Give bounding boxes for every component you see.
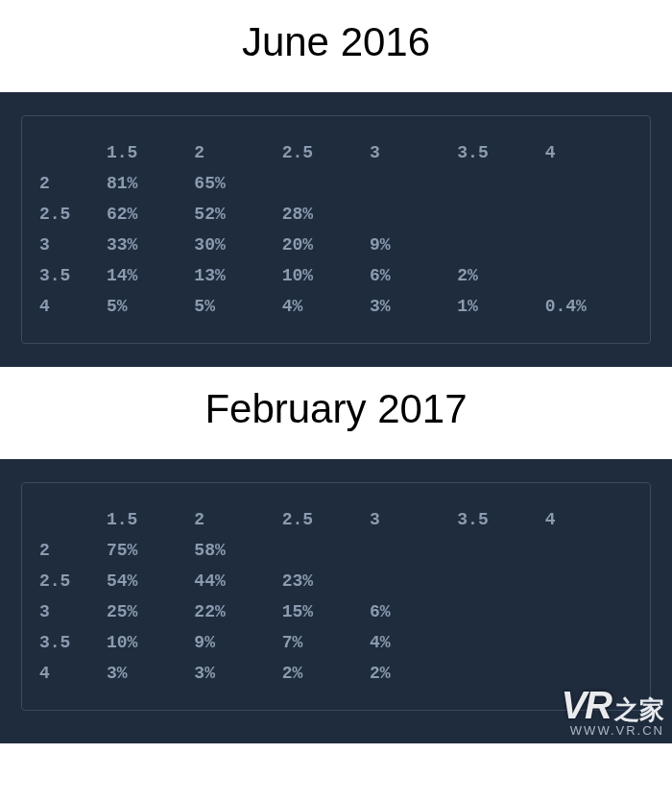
cell: 4% (278, 291, 366, 322)
row-header: 3.5 (36, 627, 103, 658)
table-row: 2 81% 65% (36, 168, 629, 199)
cell (541, 168, 629, 199)
cell: 10% (278, 260, 366, 291)
table-panel: 1.5 2 2.5 3 3.5 4 2 81% 65% 2.5 62% 52% (0, 92, 672, 367)
cell: 15% (278, 596, 366, 627)
cell (366, 535, 453, 566)
cell (278, 535, 366, 566)
cell: 13% (190, 260, 277, 291)
cell: 3% (190, 658, 277, 689)
cell (541, 230, 629, 260)
data-table: 1.5 2 2.5 3 3.5 4 2 81% 65% 2.5 62% 52% (36, 137, 629, 322)
table-row: 2.5 62% 52% 28% (36, 199, 629, 230)
cell: 5% (190, 291, 277, 322)
cell: 25% (103, 596, 190, 627)
cell: 9% (190, 627, 277, 658)
row-header: 2 (36, 168, 103, 199)
table-row: 3 25% 22% 15% 6% (36, 596, 629, 627)
cell (541, 260, 629, 291)
table-panel: 1.5 2 2.5 3 3.5 4 2 75% 58% 2.5 54% 44% (0, 459, 672, 743)
table-row: 2 75% 58% (36, 535, 629, 566)
cell: 3% (103, 658, 190, 689)
col-header: 3.5 (453, 504, 540, 535)
cell: 75% (103, 535, 190, 566)
col-header: 3.5 (453, 137, 540, 168)
table-row: 3.5 10% 9% 7% 4% (36, 627, 629, 658)
table-header-row: 1.5 2 2.5 3 3.5 4 (36, 504, 629, 535)
row-header: 2.5 (36, 566, 103, 596)
cell: 33% (103, 230, 190, 260)
cell (453, 230, 540, 260)
section-title: February 2017 (0, 367, 672, 459)
cell: 10% (103, 627, 190, 658)
row-header: 4 (36, 658, 103, 689)
col-header: 4 (541, 504, 629, 535)
table-row: 3 33% 30% 20% 9% (36, 230, 629, 260)
cell: 6% (366, 596, 453, 627)
cell: 23% (278, 566, 366, 596)
cell (453, 199, 540, 230)
row-header: 3 (36, 230, 103, 260)
cell: 3% (366, 291, 453, 322)
table-row: 3.5 14% 13% 10% 6% 2% (36, 260, 629, 291)
col-header (36, 137, 103, 168)
cell (541, 627, 629, 658)
cell (366, 168, 453, 199)
cell: 2% (366, 658, 453, 689)
cell: 2% (278, 658, 366, 689)
col-header: 1.5 (103, 504, 190, 535)
cell: 2% (453, 260, 540, 291)
row-header: 4 (36, 291, 103, 322)
cell: 7% (278, 627, 366, 658)
col-header: 3 (366, 504, 453, 535)
cell: 65% (190, 168, 277, 199)
row-header: 3.5 (36, 260, 103, 291)
cell: 1% (453, 291, 540, 322)
cell: 62% (103, 199, 190, 230)
cell: 28% (278, 199, 366, 230)
cell: 0.4% (541, 291, 629, 322)
cell: 20% (278, 230, 366, 260)
col-header: 1.5 (103, 137, 190, 168)
cell: 58% (190, 535, 277, 566)
data-table: 1.5 2 2.5 3 3.5 4 2 75% 58% 2.5 54% 44% (36, 504, 629, 689)
cell: 14% (103, 260, 190, 291)
cell (453, 535, 540, 566)
table-row: 2.5 54% 44% 23% (36, 566, 629, 596)
cell (453, 168, 540, 199)
cell: 4% (366, 627, 453, 658)
cell: 52% (190, 199, 277, 230)
cell (453, 566, 540, 596)
col-header: 2 (190, 137, 277, 168)
cell: 44% (190, 566, 277, 596)
col-header: 3 (366, 137, 453, 168)
col-header: 2.5 (278, 504, 366, 535)
cell: 9% (366, 230, 453, 260)
cell (541, 535, 629, 566)
section-title: June 2016 (0, 0, 672, 92)
row-header: 2 (36, 535, 103, 566)
table-frame: 1.5 2 2.5 3 3.5 4 2 75% 58% 2.5 54% 44% (21, 482, 651, 711)
cell: 30% (190, 230, 277, 260)
cell (366, 199, 453, 230)
cell (453, 596, 540, 627)
col-header: 2 (190, 504, 277, 535)
cell: 54% (103, 566, 190, 596)
row-header: 3 (36, 596, 103, 627)
cell (453, 658, 540, 689)
table-row: 4 5% 5% 4% 3% 1% 0.4% (36, 291, 629, 322)
table-row: 4 3% 3% 2% 2% (36, 658, 629, 689)
col-header: 2.5 (278, 137, 366, 168)
col-header (36, 504, 103, 535)
cell (541, 658, 629, 689)
watermark-url: WWW.VR.CN (561, 723, 664, 738)
cell (541, 566, 629, 596)
col-header: 4 (541, 137, 629, 168)
cell: 6% (366, 260, 453, 291)
cell: 81% (103, 168, 190, 199)
cell (541, 199, 629, 230)
cell: 22% (190, 596, 277, 627)
row-header: 2.5 (36, 199, 103, 230)
cell (541, 596, 629, 627)
cell (278, 168, 366, 199)
